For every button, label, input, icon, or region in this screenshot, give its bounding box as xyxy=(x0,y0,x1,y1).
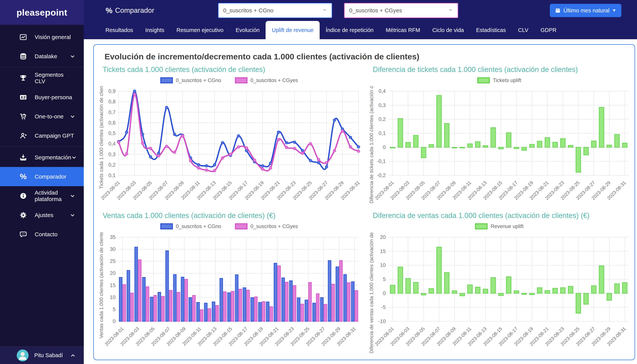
chart-legend: 0_suscritos + CGno0_suscritos + CGyes xyxy=(97,220,361,232)
legend-item[interactable]: 0_suscritos + CGyes xyxy=(235,223,298,230)
legend-label: 0_suscritos + CGyes xyxy=(250,78,298,84)
sidebar-item-label: Campaign GPT xyxy=(35,132,74,139)
tab-resultados[interactable]: Resultados xyxy=(100,21,139,39)
tab-ciclo-de-vida[interactable]: Ciclo de vida xyxy=(426,21,470,39)
svg-text:15: 15 xyxy=(380,248,386,254)
user-bar[interactable]: Pitu Sabadí xyxy=(0,346,84,364)
legend-item[interactable]: 0_suscritos + CGyes xyxy=(235,77,298,84)
chevron-up-icon[interactable] xyxy=(70,352,76,358)
legend-swatch-icon xyxy=(235,77,248,84)
caret-down-icon: ▼ xyxy=(612,8,616,13)
tab-bar: ResultadosInsightsResumen ejecutivoEvolu… xyxy=(84,21,637,39)
bar-chart: -10-5051015202023-08-012023-08-032023-08… xyxy=(368,232,631,354)
content: Evolución de incremento/decremento cada … xyxy=(84,39,637,364)
chart-legend: Revenue uplift xyxy=(368,220,631,232)
sidebar-item-comparador[interactable]: %Comparador xyxy=(0,167,84,186)
tab-clv[interactable]: CLV xyxy=(512,21,534,39)
user-plus-icon xyxy=(19,132,28,140)
legend-item[interactable]: Tickets uplift xyxy=(477,77,521,84)
sidebar-item-segmentaci-n[interactable]: Segmentación xyxy=(0,148,84,167)
svg-text:0,8: 0,8 xyxy=(108,99,116,104)
chevron-down-icon xyxy=(70,193,76,199)
main-area: % Comparador 0_suscritos + CGno 0_suscri… xyxy=(84,0,637,364)
sidebar-item-label: Segmentos CLV xyxy=(35,72,76,84)
svg-text:-5: -5 xyxy=(381,304,386,310)
svg-text:35: 35 xyxy=(110,234,116,240)
percent-icon: % xyxy=(19,172,28,181)
sidebar-item-label: Comparador xyxy=(35,174,66,180)
cart-icon xyxy=(19,112,28,121)
chevron-down-icon xyxy=(322,8,327,14)
tab-gdpr[interactable]: GDPR xyxy=(534,21,562,39)
pleasepoint-logo: pleasepoint xyxy=(0,0,84,25)
svg-text:20: 20 xyxy=(380,234,386,240)
svg-text:0: 0 xyxy=(383,144,386,150)
sidebar-item-label: Ajustes xyxy=(35,212,53,218)
legend-label: 0_suscritos + CGno xyxy=(176,78,221,84)
chart-title: Tickets cada 1.000 clientes (activación … xyxy=(102,66,361,74)
svg-text:-0,1: -0,1 xyxy=(377,158,386,164)
sidebar-item-contacto[interactable]: Contacto xyxy=(0,225,84,244)
svg-text:0: 0 xyxy=(113,318,116,324)
legend-item[interactable]: 0_suscritos + CGno xyxy=(160,77,221,84)
svg-text:0,7: 0,7 xyxy=(108,110,116,115)
chart-legend: Tickets uplift xyxy=(368,74,631,86)
chart-block-3: Diferencia de ventas cada 1.000 clientes… xyxy=(368,208,631,354)
sidebar-divider xyxy=(0,67,84,67)
legend-label: 0_suscritos + CGno xyxy=(176,224,221,230)
tab-resumen-ejecutivo[interactable]: Resumen ejecutivo xyxy=(170,21,230,39)
date-range-button[interactable]: Último mes natural ▼ xyxy=(550,4,622,17)
segment-select-1[interactable]: 0_suscritos + CGno xyxy=(218,3,332,18)
tab-m-tricas-rfm[interactable]: Métricas RFM xyxy=(380,21,426,39)
sidebar-nav: Visión generalDatalakeSegmentos CLVBuyer… xyxy=(0,25,84,346)
chevron-down-icon xyxy=(70,212,76,218)
segment-select-2[interactable]: 0_suscritos + CGyes xyxy=(344,3,458,18)
svg-text:0,3: 0,3 xyxy=(378,102,386,108)
tab-insights[interactable]: Insights xyxy=(139,21,170,39)
tab--ndice-de-repetici-n[interactable]: Índice de repetición xyxy=(320,21,380,39)
info-icon xyxy=(19,192,28,200)
sidebar-item-buyer-persona[interactable]: Buyer-persona xyxy=(0,88,84,107)
svg-text:0,5: 0,5 xyxy=(108,130,116,136)
tab-uplift-de-revenue[interactable]: Uplift de revenue xyxy=(266,21,320,39)
sidebar-item-ajustes[interactable]: Ajustes xyxy=(0,206,84,225)
svg-text:25: 25 xyxy=(110,258,116,264)
sidebar-item-datalake[interactable]: Datalake xyxy=(0,47,84,66)
tab-evoluci-n[interactable]: Evolución xyxy=(230,21,266,39)
sidebar-item-label: One-to-one xyxy=(35,113,64,120)
svg-text:0,6: 0,6 xyxy=(108,120,116,126)
legend-label: 0_suscritos + CGyes xyxy=(250,224,298,230)
sidebar-item-campaign-gpt[interactable]: Campaign GPT xyxy=(0,126,84,145)
sidebar-item-actividad-plataforma[interactable]: Actividad plataforma xyxy=(0,186,84,206)
bar-chart: -0,2-0,100,10,20,30,42023-08-012023-08-0… xyxy=(368,86,631,208)
avatar xyxy=(17,350,28,361)
chart-title: Ventas cada 1.000 clientes (activación d… xyxy=(102,212,361,220)
y-axis-title: Diferencia de ventas cada 1.000 clientes… xyxy=(368,232,374,353)
sidebar: pleasepoint Visión generalDatalakeSegmen… xyxy=(0,0,84,364)
svg-text:10: 10 xyxy=(380,262,386,268)
svg-text:0: 0 xyxy=(383,290,386,296)
legend-label: Tickets uplift xyxy=(493,78,521,84)
legend-item[interactable]: Revenue uplift xyxy=(475,223,524,230)
sidebar-item-visi-n-general[interactable]: Visión general xyxy=(0,28,84,47)
svg-text:20: 20 xyxy=(110,270,116,276)
sidebar-item-segmentos-clv[interactable]: Segmentos CLV xyxy=(0,68,84,88)
chart-title: Diferencia de ventas cada 1.000 clientes… xyxy=(373,212,631,220)
chevron-down-icon xyxy=(71,154,77,160)
calendar-icon xyxy=(555,8,561,13)
y-axis-title: Ventas cada 1.000 clientes (activación d… xyxy=(98,232,104,338)
sidebar-item-one-to-one[interactable]: One-to-one xyxy=(0,107,84,126)
tab-estad-sticas[interactable]: Estadísticas xyxy=(470,21,512,39)
download-icon xyxy=(19,153,28,162)
svg-text:0,4: 0,4 xyxy=(378,88,386,94)
svg-text:0,4: 0,4 xyxy=(108,141,116,146)
svg-text:0,2: 0,2 xyxy=(108,162,116,168)
legend-item[interactable]: 0_suscritos + CGno xyxy=(160,223,221,230)
comparador-icon: % xyxy=(106,6,112,15)
gear-icon xyxy=(19,211,28,219)
topbar: % Comparador 0_suscritos + CGno 0_suscri… xyxy=(84,0,637,21)
app-window: pleasepoint Visión generalDatalakeSegmen… xyxy=(0,0,637,364)
charts-grid: Tickets cada 1.000 clientes (activación … xyxy=(97,62,631,354)
svg-text:0,1: 0,1 xyxy=(378,130,386,136)
chart-block-2: Ventas cada 1.000 clientes (activación d… xyxy=(97,208,361,354)
